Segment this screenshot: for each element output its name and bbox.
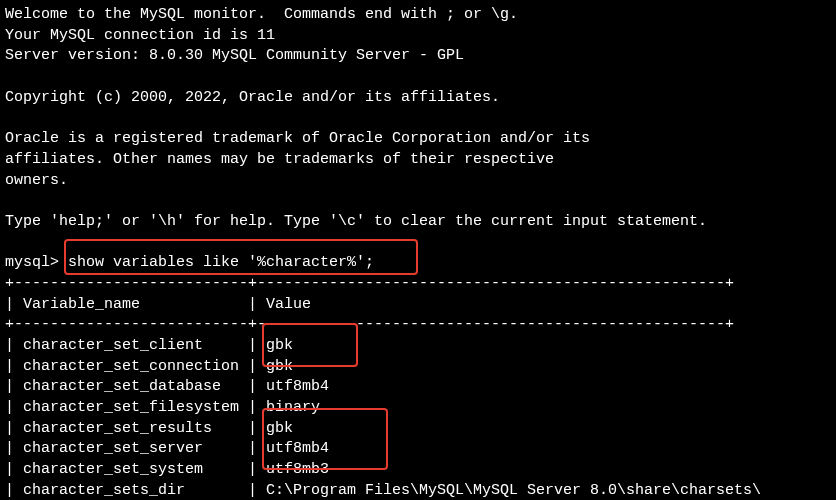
help-line: Type 'help;' or '\h' for help. Type '\c'… [5, 212, 831, 233]
table-row: | character_set_client | gbk [5, 336, 831, 357]
connection-id-line: Your MySQL connection id is 11 [5, 26, 831, 47]
table-header: | Variable_name | Value [5, 295, 831, 316]
table-row: | character_set_system | utf8mb3 [5, 460, 831, 481]
blank-line [5, 67, 831, 88]
welcome-line: Welcome to the MySQL monitor. Commands e… [5, 5, 831, 26]
table-row: | character_set_server | utf8mb4 [5, 439, 831, 460]
table-border: +--------------------------+------------… [5, 274, 831, 295]
table-row: | character_set_results | gbk [5, 419, 831, 440]
table-row: | character_set_connection | gbk [5, 357, 831, 378]
blank-line [5, 191, 831, 212]
table-border: +--------------------------+------------… [5, 315, 831, 336]
blank-line [5, 233, 831, 254]
trademark-line: affiliates. Other names may be trademark… [5, 150, 831, 171]
trademark-line: owners. [5, 171, 831, 192]
blank-line [5, 108, 831, 129]
command-text: show variables like '%character%'; [59, 254, 374, 271]
table-row: | character_set_database | utf8mb4 [5, 377, 831, 398]
server-version-line: Server version: 8.0.30 MySQL Community S… [5, 46, 831, 67]
trademark-line: Oracle is a registered trademark of Orac… [5, 129, 831, 150]
copyright-line: Copyright (c) 2000, 2022, Oracle and/or … [5, 88, 831, 109]
table-row: | character_set_filesystem | binary [5, 398, 831, 419]
table-row: | character_sets_dir | C:\Program Files\… [5, 481, 831, 500]
prompt-label: mysql> [5, 254, 59, 271]
prompt-line[interactable]: mysql> show variables like '%character%'… [5, 253, 831, 274]
